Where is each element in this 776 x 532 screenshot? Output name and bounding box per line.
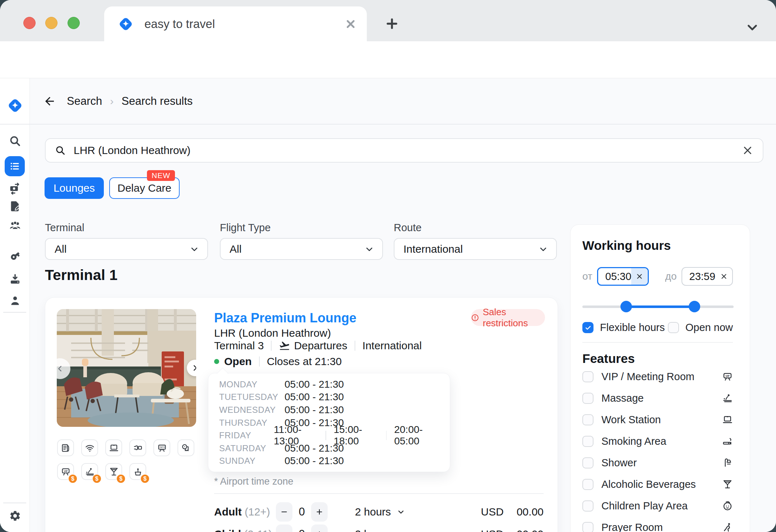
svg-text:VIP: VIP [725,375,730,377]
new-tab-icon[interactable] [385,17,398,30]
minimize-window-button[interactable] [45,17,57,29]
meta-divider [271,341,272,351]
slider-active-range [626,305,694,308]
tab-list-chevron-icon[interactable] [746,21,759,34]
lounge-photo [57,309,196,427]
child-plus-button[interactable] [311,524,328,532]
from-time-input[interactable]: 05:30 [597,267,649,286]
tab-close-icon[interactable] [345,18,357,30]
lounge-direction: Departures [294,340,347,352]
feature-label: Massage [601,392,644,404]
breadcrumb-search[interactable]: Search [67,95,102,108]
breadcrumb: Search › Search results [43,78,193,124]
feature-label: VIP / Meeting Room [601,371,694,383]
to-time-value: 23:59 [689,271,716,283]
to-time-input[interactable]: 23:59 [682,267,733,286]
header-divider [0,124,776,125]
hours-row: SUNDAY05:00 - 21:30 [208,455,450,468]
tab-lounges[interactable]: Lounges [45,177,104,199]
sidebar-divider [3,503,26,503]
sidebar-item-downloads[interactable] [0,273,30,285]
lounge-photo-carousel[interactable] [57,309,196,427]
feature-smoking-area: Smoking Area [582,430,733,452]
time-range-slider[interactable] [582,301,733,312]
adult-duration-select[interactable]: 2 hours [355,506,405,518]
flexible-hours-checkbox[interactable] [582,322,593,333]
app-logo-icon[interactable] [0,97,30,114]
open-now-checkbox[interactable] [668,322,679,333]
open-now-label: Open now [685,322,733,333]
slider-handle-from[interactable] [620,301,632,312]
feature-checkbox[interactable] [582,522,593,532]
sidebar-item-profile[interactable] [0,295,30,307]
breadcrumb-search-results: Search results [121,95,193,108]
feature-checkbox[interactable] [582,393,593,404]
feature-checkbox[interactable] [582,479,593,490]
close-window-button[interactable] [23,17,36,29]
child-duration-value: 2 hours [355,528,391,532]
browser-window: easy to travel https://agent.easyto.trav… [0,0,776,532]
child-minus-button[interactable] [276,524,292,532]
adult-plus-button[interactable] [311,502,328,522]
search-value: LHR (London Heathrow) [74,144,190,157]
sidebar-item-results-active[interactable] [5,156,25,176]
child-label-text: Child [214,528,241,532]
lounge-meta: Terminal 3 Departures International [214,340,422,352]
sidebar-item-search[interactable] [0,135,30,147]
flight-type-filter-label: Flight Type [220,222,271,234]
browser-tab[interactable]: easy to travel [104,6,367,41]
feature-checkbox[interactable] [582,414,593,425]
massage-icon [722,393,733,403]
hours-day: SUNDAY [219,456,285,466]
hours-day: WEDNESDAY [219,405,285,415]
child-duration-select[interactable]: 2 hours [355,528,405,532]
lounge-name-link[interactable]: Plaza Premium Lounge [214,311,356,326]
feature-label: Work Station [601,414,661,426]
sidebar-item-documents[interactable] [0,200,30,213]
hours-options: Flexible hours Open now [582,322,733,333]
route-filter-label: Route [394,222,421,234]
clear-to-time-icon[interactable] [716,268,732,285]
cocktail-icon: $ [105,463,122,480]
wifi-icon [81,439,98,456]
adult-label: Adult (12+) [214,506,276,518]
flight-takeoff-icon [279,340,290,351]
child-count: 0 [292,528,311,532]
sidebar-item-clients[interactable] [0,219,30,232]
sidebar-divider [3,312,26,313]
tab-strip: easy to travel [0,0,776,41]
settings-gear-icon[interactable] [0,510,30,522]
child-age: (2-11) [244,528,272,532]
breadcrumb-back-icon[interactable] [43,95,56,108]
sales-restrictions-label: Sales restrictions [483,307,545,329]
open-status-dot [214,359,219,364]
amenities-row-free: INFO [57,439,194,456]
paid-badge: $ [140,474,150,484]
adult-minus-button[interactable] [276,502,292,522]
svg-text:VIP: VIP [64,470,68,472]
feature-children-play-area: Children Play Area [582,495,733,517]
sidebar-item-transactions[interactable] [0,182,30,195]
feature-checkbox[interactable] [582,371,593,382]
feature-vip-meeting-room: VIP / Meeting Room VIP [582,366,733,387]
hours-row: TUETUESDAY05:00 - 21:30 [208,391,450,404]
zoom-window-button[interactable] [68,17,80,29]
feature-checkbox[interactable] [582,500,593,512]
hours-time: 05:00 - 21:30 [285,379,344,390]
paper-towels-icon [177,439,194,456]
terminal-select[interactable]: All [45,238,208,260]
airport-search-input[interactable]: LHR (London Heathrow) [45,138,763,163]
route-select[interactable]: International [394,238,557,260]
sales-restrictions-badge[interactable]: Sales restrictions [471,309,545,326]
feature-checkbox[interactable] [582,457,593,468]
tab-delay-care[interactable]: Delay Care NEW [109,177,180,199]
clear-from-time-icon[interactable] [631,268,648,285]
shower-icon [722,457,733,468]
clear-search-icon[interactable] [742,145,753,156]
spa-candle-icon: $ [129,463,146,480]
feature-checkbox[interactable] [582,436,593,447]
slider-handle-to[interactable] [689,301,700,312]
sidebar-item-access-keys[interactable] [0,250,30,262]
flight-type-select[interactable]: All [220,238,383,260]
from-time-value: 05:30 [605,271,632,283]
